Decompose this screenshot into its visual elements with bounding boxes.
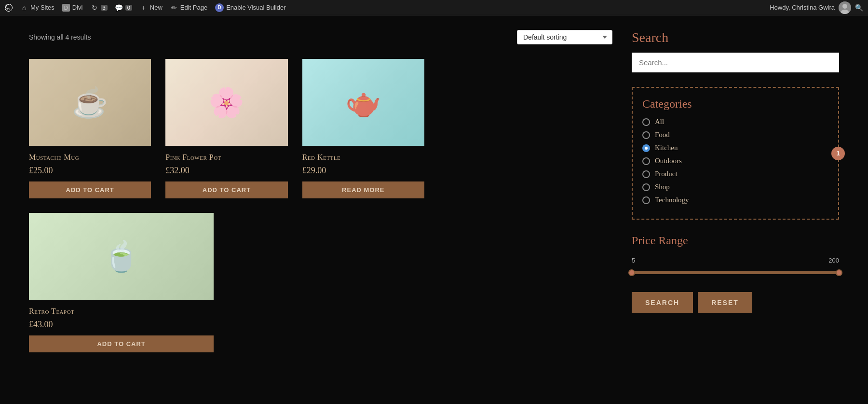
- product-grid-row2: Retro Teapot £43.00 ADD TO CART: [29, 213, 612, 352]
- my-sites-icon: ⌂: [20, 4, 28, 12]
- product-price-retro-teapot: £43.00: [29, 320, 214, 330]
- my-sites-link[interactable]: ⌂ My Sites: [20, 4, 54, 12]
- add-to-cart-pink-flower-pot[interactable]: ADD TO CART: [165, 181, 287, 198]
- sort-select[interactable]: Default sorting Sort by popularity Sort …: [517, 30, 612, 44]
- category-all[interactable]: All: [642, 118, 828, 126]
- sync-icon: ↻: [91, 4, 98, 12]
- enable-visual-builder-link[interactable]: D Enable Visual Builder: [215, 3, 285, 12]
- new-label: New: [150, 4, 163, 11]
- category-label-technology: Technology: [655, 196, 689, 204]
- admin-bar: W ⌂ My Sites D Divi ↻ 3 💬 0 + New ✏ Edit…: [0, 0, 868, 15]
- new-link[interactable]: + New: [140, 4, 163, 12]
- category-label-shop: Shop: [655, 183, 670, 191]
- product-price-red-kettle: £29.00: [302, 166, 424, 176]
- category-radio-technology[interactable]: [642, 196, 650, 204]
- category-outdoors[interactable]: Outdoors: [642, 157, 828, 165]
- product-card-retro-teapot: Retro Teapot £43.00 ADD TO CART: [29, 213, 214, 352]
- product-card-mustache-mug: Mustache Mug £25.00 ADD TO CART: [29, 59, 151, 198]
- product-image-red-kettle[interactable]: [302, 59, 424, 146]
- divi-label: Divi: [72, 4, 83, 11]
- category-label-all: All: [655, 118, 664, 126]
- product-card-red-kettle: Red Kettle £29.00 READ MORE: [302, 59, 424, 198]
- read-more-red-kettle[interactable]: READ MORE: [302, 181, 424, 198]
- product-name-retro-teapot: Retro Teapot: [29, 307, 214, 316]
- search-button[interactable]: SEARCH: [632, 292, 693, 313]
- category-food[interactable]: Food: [642, 131, 828, 139]
- product-price-pink-flower-pot: £32.00: [165, 166, 287, 176]
- results-count: Showing all 4 results: [29, 33, 91, 41]
- plus-icon: +: [140, 4, 148, 12]
- enable-builder-label: Enable Visual Builder: [226, 4, 285, 11]
- category-product[interactable]: Product: [642, 170, 828, 178]
- category-radio-kitchen[interactable]: [642, 144, 650, 152]
- divi-d-icon: D: [215, 3, 224, 12]
- search-input[interactable]: [632, 53, 839, 72]
- category-label-food: Food: [655, 131, 670, 139]
- search-admin-icon[interactable]: 🔍: [855, 4, 863, 12]
- price-slider-container: [632, 268, 839, 278]
- category-label-kitchen: Kitchen: [655, 144, 678, 152]
- admin-user-area: Howdy, Christina Gwira 🔍: [770, 1, 863, 14]
- reset-button[interactable]: RESET: [698, 292, 752, 313]
- my-sites-label: My Sites: [30, 4, 54, 11]
- sync-link[interactable]: ↻ 3: [91, 4, 108, 12]
- product-grid: Mustache Mug £25.00 ADD TO CART Pink Flo…: [29, 59, 424, 198]
- search-section-title: Search: [632, 30, 839, 45]
- add-to-cart-mustache-mug[interactable]: ADD TO CART: [29, 181, 151, 198]
- categories-box: Categories All Food Kitchen Outdoors Pro…: [632, 87, 839, 220]
- comments-link[interactable]: 💬 0: [115, 4, 132, 12]
- avatar[interactable]: [839, 1, 851, 14]
- comments-icon: 💬: [115, 4, 123, 12]
- wordpress-logo[interactable]: W: [5, 4, 13, 12]
- divi-link[interactable]: D Divi: [62, 4, 83, 12]
- price-slider-handle-min[interactable]: [628, 269, 635, 276]
- wordpress-icon: W: [5, 4, 13, 12]
- price-range-title: Price Range: [632, 234, 839, 247]
- edit-page-link[interactable]: ✏ Edit Page: [170, 4, 207, 12]
- sidebar-buttons: SEARCH RESET: [632, 292, 839, 313]
- svg-text:W: W: [7, 6, 11, 10]
- price-range-values: 5 200: [632, 257, 839, 264]
- price-min-label: 5: [632, 257, 635, 264]
- add-to-cart-retro-teapot[interactable]: ADD TO CART: [29, 335, 214, 352]
- edit-page-label: Edit Page: [180, 4, 207, 11]
- products-area: Showing all 4 results Default sorting So…: [29, 30, 612, 352]
- category-radio-product[interactable]: [642, 170, 650, 178]
- pencil-icon: ✏: [170, 4, 178, 12]
- categories-title: Categories: [642, 98, 828, 111]
- category-count-badge: 1: [831, 147, 845, 160]
- comments-count: 0: [125, 5, 132, 11]
- category-kitchen[interactable]: Kitchen: [642, 144, 828, 152]
- main-content: Showing all 4 results Default sorting So…: [0, 15, 868, 367]
- svg-point-3: [842, 4, 847, 9]
- category-label-outdoors: Outdoors: [655, 157, 682, 165]
- price-slider-handle-max[interactable]: [836, 269, 842, 276]
- sync-count: 3: [101, 5, 108, 11]
- category-technology[interactable]: Technology: [642, 196, 828, 204]
- divi-icon: D: [62, 4, 70, 12]
- product-card-pink-flower-pot: Pink Flower Pot £32.00 ADD TO CART: [165, 59, 287, 198]
- category-label-product: Product: [655, 170, 678, 178]
- category-radio-shop[interactable]: [642, 183, 650, 191]
- price-max-label: 200: [828, 257, 839, 264]
- product-name-red-kettle: Red Kettle: [302, 153, 424, 162]
- howdy-label: Howdy, Christina Gwira: [770, 4, 835, 11]
- category-shop[interactable]: Shop: [642, 183, 828, 191]
- category-radio-outdoors[interactable]: [642, 157, 650, 165]
- product-name-pink-flower-pot: Pink Flower Pot: [165, 153, 287, 162]
- category-radio-all[interactable]: [642, 118, 650, 126]
- product-image-mustache-mug[interactable]: [29, 59, 151, 146]
- sidebar: Search Categories All Food Kitchen Outdo…: [632, 30, 839, 352]
- product-image-pink-flower-pot[interactable]: [165, 59, 287, 146]
- product-name-mustache-mug: Mustache Mug: [29, 153, 151, 162]
- category-radio-food[interactable]: [642, 131, 650, 139]
- product-price-mustache-mug: £25.00: [29, 166, 151, 176]
- price-slider-track: [632, 271, 839, 274]
- results-header: Showing all 4 results Default sorting So…: [29, 30, 612, 44]
- product-image-retro-teapot[interactable]: [29, 213, 214, 300]
- search-input-wrap: [632, 53, 839, 87]
